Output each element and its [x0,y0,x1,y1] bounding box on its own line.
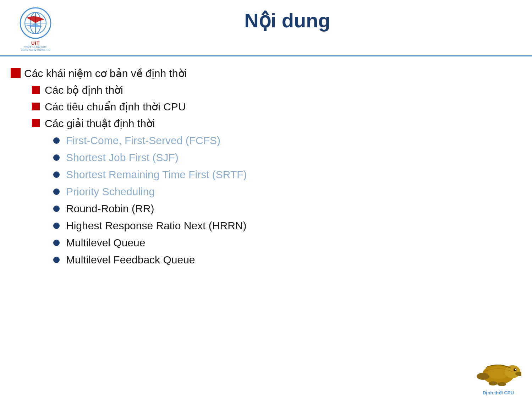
text-rr: Round-Robin (RR) [66,203,154,215]
second-level-text-2: Các tiêu chuẩn định thời CPU [45,100,186,113]
second-level-item-1: Các bộ định thời [32,84,511,96]
top-level-text: Các khái niệm cơ bản về định thời [24,67,187,80]
bullet-sjf [53,154,60,161]
svg-point-13 [488,366,509,379]
text-priority: Priority Scheduling [66,186,155,198]
second-level-bullet-1 [32,86,40,94]
text-hrrn: Highest Response Ratio Next (HRRN) [66,220,247,232]
top-level-bullet [11,68,21,78]
svg-point-9 [515,369,516,370]
bullet-mlq [53,240,60,246]
bullet-priority [53,188,60,195]
platypus-image [475,353,521,389]
third-level-srtf: Shortest Remaining Time First (SRTF) [53,169,511,181]
uit-logo [20,7,51,39]
slide-title: Nội dung [57,9,518,32]
bullet-fcfs [53,137,60,144]
content-area: Các khái niệm cơ bản về định thời Các bộ… [0,56,532,278]
uit-label: UIT [21,40,50,46]
logo-area: UIT TRƯỜNG ĐẠI HỌC CÔNG NGHỆ THÔNG TIN [14,7,57,52]
svg-point-11 [489,381,497,386]
text-mlq: Multilevel Queue [66,237,145,249]
footer-area: Định thời CPU [475,353,521,395]
third-level-sjf: Shortest Job First (SJF) [53,152,511,164]
slide: UIT TRƯỜNG ĐẠI HỌC CÔNG NGHỆ THÔNG TIN N… [0,0,532,399]
svg-point-12 [498,382,506,386]
text-fcfs: First-Come, First-Served (FCFS) [66,135,220,147]
svg-point-10 [477,373,489,380]
third-level-mlq: Multilevel Queue [53,237,511,249]
third-level-mlfq: Multilevel Feedback Queue [53,254,511,266]
bullet-mlfq [53,257,60,263]
text-sjf: Shortest Job First (SJF) [66,152,179,164]
truong-label: TRƯỜNG ĐẠI HỌC CÔNG NGHỆ THÔNG TIN [21,46,50,52]
second-level-text-1: Các bộ định thời [45,84,123,96]
header: UIT TRƯỜNG ĐẠI HỌC CÔNG NGHỆ THÔNG TIN N… [0,0,532,56]
second-level-item-3: Các giải thuật định thời [32,117,511,130]
bullet-hrrn [53,223,60,229]
bullet-srtf [53,171,60,178]
third-level-priority: Priority Scheduling [53,186,511,198]
text-srtf: Shortest Remaining Time First (SRTF) [66,169,247,181]
third-level-hrrn: Highest Response Ratio Next (HRRN) [53,220,511,232]
title-area: Nội dung [57,7,518,32]
logo-text: UIT TRƯỜNG ĐẠI HỌC CÔNG NGHỆ THÔNG TIN [21,40,50,52]
bullet-rr [53,206,60,212]
second-level-text-3: Các giải thuật định thời [45,117,155,130]
third-level-rr: Round-Robin (RR) [53,203,511,215]
top-level-item: Các khái niệm cơ bản về định thời [11,67,511,80]
text-mlfq: Multilevel Feedback Queue [66,254,195,266]
footer-label: Định thời CPU [483,390,514,395]
third-level-fcfs: First-Come, First-Served (FCFS) [53,135,511,147]
second-level-bullet-2 [32,103,40,110]
second-level-bullet-3 [32,119,40,127]
second-level-item-2: Các tiêu chuẩn định thời CPU [32,100,511,113]
